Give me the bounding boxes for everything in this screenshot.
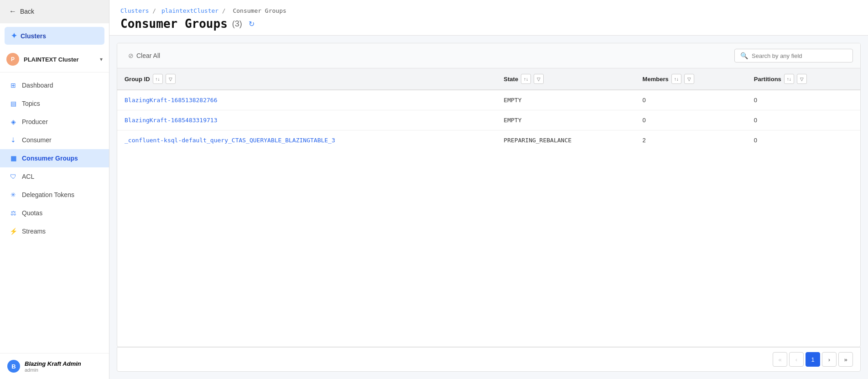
acl-icon: 🛡 [9,172,17,181]
sidebar-item-label: Topics [22,100,40,107]
back-button[interactable]: ← Back [0,0,109,23]
cell-group-id: BlazingKraft-1685138282766 [117,90,496,110]
cell-state: EMPTY [496,90,635,110]
last-page-button[interactable]: » [838,352,853,367]
group-id-link[interactable]: BlazingKraft-1685138282766 [125,97,218,104]
next-page-button[interactable]: › [822,352,837,367]
page-title: Consumer Groups [120,17,228,31]
clusters-label: Clusters [21,32,46,40]
th-state: State ↑↓ ▽ [496,68,635,90]
sidebar-item-label: Producer [22,118,48,125]
first-page-button[interactable]: « [773,352,787,367]
clusters-icon: ✦ [11,31,17,40]
clusters-nav-item[interactable]: ✦ Clusters [5,27,104,45]
search-input[interactable] [752,52,847,59]
th-members: Members ↑↓ ▽ [635,68,747,90]
sidebar-item-acl[interactable]: 🛡 ACL [0,167,109,186]
col-state-label: State [504,76,518,83]
search-icon: 🔍 [740,52,748,59]
sidebar-item-label: Streams [22,228,46,235]
cluster-name: PLAINTEXT Cluster [24,56,95,63]
user-role: admin [25,367,81,373]
sidebar-item-streams[interactable]: ⚡ Streams [0,222,109,240]
sidebar-item-label: Quotas [22,209,42,217]
col-group-id-label: Group ID [125,76,150,83]
refresh-button[interactable]: ↻ [247,18,256,30]
clear-all-label: Clear All [136,52,160,59]
cell-partitions: 0 [747,110,860,130]
breadcrumb: Clusters / plaintextCluster / Consumer G… [120,7,857,14]
sidebar-item-label: Delegation Tokens [22,191,74,198]
filter-group-id-button[interactable]: ▽ [166,74,176,84]
sidebar-item-label: ACL [22,173,34,180]
back-label: Back [20,8,34,15]
filter-partitions-button[interactable]: ▽ [797,74,807,84]
consumer-icon: ⇣ [9,136,17,144]
breadcrumb-sep1: / [152,7,160,14]
cell-state: PREPARING_REBALANCE [496,130,635,151]
search-box[interactable]: 🔍 [734,49,853,62]
breadcrumb-sep2: / [222,7,229,14]
cell-state: EMPTY [496,110,635,130]
clear-filter-icon: ⊘ [128,52,134,59]
cell-members: 0 [635,110,747,130]
topics-icon: ▤ [9,99,17,108]
cell-group-id: _confluent-ksql-default_query_CTAS_QUERY… [117,130,496,151]
sort-group-id-button[interactable]: ↑↓ [153,74,163,84]
table-header: Group ID ↑↓ ▽ State ↑↓ ▽ [117,68,860,90]
data-table: Group ID ↑↓ ▽ State ↑↓ ▽ [117,68,860,347]
chevron-down-icon: ▾ [100,56,103,62]
cluster-avatar: P [6,53,19,66]
consumer-groups-icon: ▦ [9,154,17,162]
breadcrumb-cluster-link[interactable]: plaintextCluster [161,7,218,14]
prev-page-button[interactable]: ‹ [789,352,804,367]
nav-items-list: ⊞ Dashboard ▤ Topics ◈ Producer ⇣ Consum… [0,73,109,353]
cell-group-id: BlazingKraft-1685483319713 [117,110,496,130]
sidebar-item-quotas[interactable]: ⚖ Quotas [0,204,109,222]
sort-state-button[interactable]: ↑↓ [521,74,531,84]
consumer-groups-count: (3) [232,19,242,29]
cell-partitions: 0 [747,130,860,151]
sidebar-item-consumer-groups[interactable]: ▦ Consumer Groups [0,149,109,167]
col-partitions-label: Partitions [754,76,781,83]
group-id-link[interactable]: _confluent-ksql-default_query_CTAS_QUERY… [125,137,335,144]
page-title-row: Consumer Groups (3) ↻ [120,17,857,31]
page-header: Clusters / plaintextCluster / Consumer G… [109,0,868,36]
sidebar-item-dashboard[interactable]: ⊞ Dashboard [0,76,109,94]
user-section: B Blazing Kraft Admin admin [0,353,109,379]
cell-members: 0 [635,90,747,110]
table-toolbar: ⊘ Clear All 🔍 [117,43,860,68]
sort-partitions-button[interactable]: ↑↓ [784,74,794,84]
consumer-groups-table: Group ID ↑↓ ▽ State ↑↓ ▽ [117,68,860,150]
sidebar-item-producer[interactable]: ◈ Producer [0,113,109,131]
breadcrumb-current: Consumer Groups [233,7,286,14]
breadcrumb-clusters-link[interactable]: Clusters [120,7,149,14]
sidebar-item-consumer[interactable]: ⇣ Consumer [0,131,109,149]
streams-icon: ⚡ [9,227,17,235]
cell-partitions: 0 [747,90,860,110]
table-body: BlazingKraft-1685138282766 EMPTY 0 0 Bla… [117,90,860,150]
cluster-selector[interactable]: P PLAINTEXT Cluster ▾ [0,48,109,73]
sidebar-item-label: Consumer [22,136,52,144]
user-info: Blazing Kraft Admin admin [25,360,81,373]
th-partitions: Partitions ↑↓ ▽ [747,68,860,90]
user-avatar: B [7,360,20,373]
clear-all-button[interactable]: ⊘ Clear All [125,50,164,61]
filter-state-button[interactable]: ▽ [534,74,544,84]
group-id-link[interactable]: BlazingKraft-1685483319713 [125,117,218,124]
filter-members-button[interactable]: ▽ [684,74,694,84]
sort-members-button[interactable]: ↑↓ [671,74,681,84]
col-members-label: Members [643,76,669,83]
dashboard-icon: ⊞ [9,81,17,89]
user-name: Blazing Kraft Admin [25,360,81,367]
table-row: BlazingKraft-1685483319713 EMPTY 0 0 [117,110,860,130]
sidebar-item-delegation-tokens[interactable]: ✳ Delegation Tokens [0,186,109,204]
th-group-id: Group ID ↑↓ ▽ [117,68,496,90]
current-page-button[interactable]: 1 [806,352,820,367]
sidebar: ← Back ✦ Clusters P PLAINTEXT Cluster ▾ … [0,0,109,379]
pagination-bar: « ‹ 1 › » [117,347,861,372]
sidebar-item-topics[interactable]: ▤ Topics [0,94,109,113]
table-container: ⊘ Clear All 🔍 Group ID ↑↓ ▽ [117,43,861,347]
table-row: BlazingKraft-1685138282766 EMPTY 0 0 [117,90,860,110]
quotas-icon: ⚖ [9,209,17,217]
